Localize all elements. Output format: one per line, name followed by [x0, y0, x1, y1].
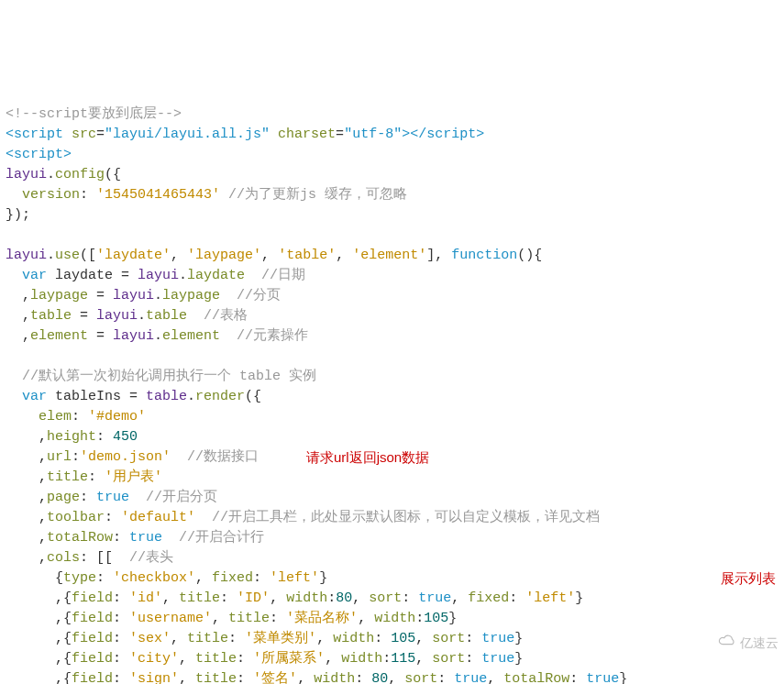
code-line: ,{field: 'id', title: 'ID', width:80, so… [6, 590, 583, 606]
code-line: ,toolbar: 'default' //开启工具栏，此处显示默认图标，可以自… [6, 510, 600, 525]
code-line: ,{field: 'sex', title: '菜单类别', width: 10… [6, 631, 523, 646]
code-line: ,title: '用户表' [6, 469, 162, 485]
watermark-text: 亿速云 [740, 633, 778, 653]
code-line: ,totalRow: true //开启合计行 [6, 530, 264, 546]
code-line: //默认第一次初始化调用执行一个 table 实例 [6, 369, 316, 384]
code-line: <script> [6, 147, 72, 162]
code-line: ,table = layui.table //表格 [6, 308, 248, 324]
code-line: <script src="layui/layui.all.js" charset… [6, 127, 484, 142]
code-line: ,element = layui.element //元素操作 [6, 328, 308, 344]
code-line: ,cols: [[ //表头 [6, 550, 173, 566]
code-line: ,{field: 'city', title: '所属菜系', width:11… [6, 651, 523, 667]
code-block: <!--script要放到底层--> <script src="layui/la… [6, 84, 778, 684]
code-line: <!--script要放到底层--> [6, 106, 182, 122]
annotation-cols: 展示列表 [721, 568, 776, 589]
code-line: layui.config({ [6, 167, 121, 182]
code-line: var laydate = layui.laydate //日期 [6, 268, 305, 283]
code-line: ,{field: 'sign', title: '签名', width: 80,… [6, 671, 627, 684]
code-line: }); [6, 207, 30, 223]
code-line: ,laypage = layui.laypage //分页 [6, 288, 281, 303]
code-line: ,page: true //开启分页 [6, 490, 217, 505]
code-line: ,height: 450 [6, 429, 138, 445]
code-line: elem: '#demo' [6, 409, 146, 425]
code-line: version: '1545041465443' //为了更新js 缓存，可忽略 [6, 187, 407, 203]
code-line: ,url:'demo.json' //数据接口 [6, 449, 259, 465]
cloud-icon [702, 612, 737, 673]
watermark: 亿速云 [702, 612, 778, 673]
code-line: layui.use(['laydate', 'laypage', 'table'… [6, 248, 542, 263]
code-line: {type: 'checkbox', fixed: 'left'} [6, 570, 327, 586]
annotation-url: 请求url返回json数据 [306, 447, 429, 468]
code-line: var tableIns = table.render({ [6, 389, 261, 404]
code-line: ,{field: 'username', title: '菜品名称', widt… [6, 611, 457, 626]
